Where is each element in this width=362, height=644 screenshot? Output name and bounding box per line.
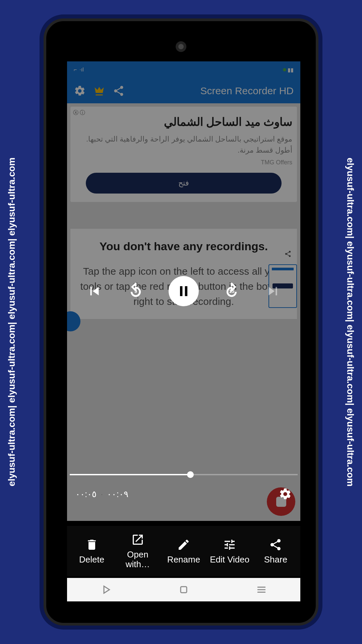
tune-icon (223, 538, 236, 551)
pause-button[interactable] (169, 276, 199, 306)
status-dot (283, 68, 286, 71)
rename-label: Rename (167, 555, 200, 565)
system-nav-bar (67, 578, 300, 601)
ad-close-icon[interactable]: ⓧ ⓘ (73, 109, 85, 116)
phone-frame: ⌐ ·ıl ▮▮ Screen Recorder H (44, 18, 318, 626)
ad-open-button[interactable]: فتح (86, 173, 281, 194)
ad-description: موقع استراتيجي بالساحل الشمالي يوفر الرا… (75, 133, 292, 156)
share-icon (269, 538, 282, 551)
open-with-label: Open with… (115, 550, 161, 569)
nav-home-icon[interactable] (178, 584, 190, 596)
watermark-right: elyusuf-ultra.com| elyusuf-ultra.com| el… (340, 0, 360, 644)
open-external-icon (131, 533, 144, 546)
status-icon: ⌐ (74, 67, 77, 73)
edit-video-button[interactable]: Edit Video (207, 538, 253, 565)
empty-state-title: You don't have any recordings. (77, 239, 290, 254)
camera-notch (176, 41, 186, 52)
pencil-icon (177, 538, 190, 551)
trash-icon (85, 538, 99, 551)
screen: ⌐ ·ıl ▮▮ Screen Recorder H (67, 61, 300, 521)
nav-recents-icon[interactable] (255, 584, 267, 596)
watermark-left: elyusuf-ultra.com| elyusuf-ultra.com| el… (2, 0, 22, 644)
skip-next-icon[interactable] (264, 283, 281, 300)
playback-controls: 5 15 (67, 276, 300, 306)
battery-icon: ▮▮ (288, 67, 294, 73)
time-separator: · (101, 489, 103, 499)
settings-icon[interactable] (74, 85, 86, 97)
share-label: Share (264, 555, 287, 565)
floating-share-icon[interactable] (282, 248, 294, 260)
app-body: ⓧ ⓘ ساوث ميد الساحل الشمالي موقع استراتي… (67, 103, 300, 521)
nav-back-icon[interactable] (100, 584, 112, 596)
share-icon[interactable] (113, 85, 125, 97)
delete-label: Delete (79, 555, 104, 565)
app-header: Screen Recorder HD (67, 78, 300, 103)
current-time: ٠٠:٠٥ (75, 489, 97, 499)
ad-title: ساوث ميد الساحل الشمالي (75, 115, 292, 128)
forward-15-icon[interactable]: 15 (223, 283, 240, 300)
rewind-seconds: 5 (134, 288, 137, 294)
player-settings-icon[interactable] (279, 487, 292, 501)
progress-track[interactable] (70, 474, 298, 475)
status-bar: ⌐ ·ıl ▮▮ (67, 61, 300, 78)
share-button[interactable]: Share (253, 538, 299, 565)
open-with-button[interactable]: Open with… (115, 533, 161, 569)
delete-button[interactable]: Delete (69, 538, 115, 565)
ad-advertiser: TMG Offers (75, 159, 292, 166)
rewind-5-icon[interactable]: 5 (127, 283, 144, 300)
bottom-toolbar: Delete Open with… Rename Edit Video Shar… (67, 526, 300, 576)
progress-fill (70, 474, 190, 475)
status-icon: ·ıl (79, 67, 83, 73)
edit-video-label: Edit Video (210, 555, 249, 565)
crown-icon[interactable] (93, 85, 105, 97)
ad-card[interactable]: ⓧ ⓘ ساوث ميد الساحل الشمالي موقع استراتي… (70, 107, 297, 202)
time-row: ٠٠:٠٥ · ٠٠:٠٩ (67, 487, 300, 501)
svg-rect-0 (181, 587, 187, 593)
duration: ٠٠:٠٩ (107, 489, 128, 499)
progress-thumb[interactable] (187, 471, 194, 478)
skip-previous-icon[interactable] (86, 283, 103, 300)
forward-seconds: 15 (229, 288, 234, 294)
rename-button[interactable]: Rename (161, 538, 206, 565)
app-title: Screen Recorder HD (200, 85, 294, 97)
